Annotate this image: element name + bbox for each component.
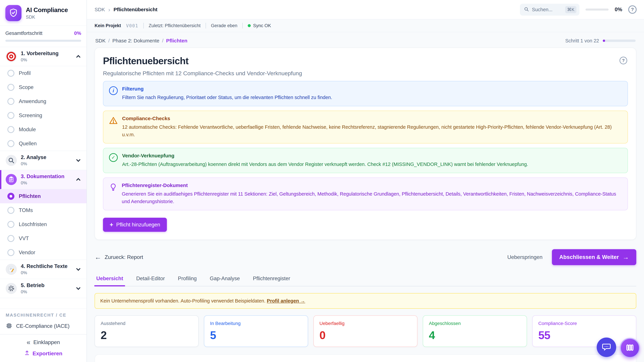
create-profile-link[interactable]: Profil anlegen → xyxy=(267,298,305,304)
topbar: SDK › Pflichtenübersicht ⌘K 0% ? xyxy=(87,0,644,19)
sidebar: AI Compliance SDK Gesamtfortschritt 0% 1… xyxy=(0,0,87,362)
sidebar-item-scope[interactable]: Scope xyxy=(0,80,86,94)
keyboard-shortcut-badge: ⌘K xyxy=(565,6,576,13)
success-box-title: Vendor-Verknuepfung xyxy=(122,153,622,159)
app-title: AI Compliance xyxy=(26,6,68,13)
group-label: MASCHINENRECHT / CE xyxy=(6,313,81,318)
radio-icon xyxy=(8,221,14,228)
add-pflicht-button[interactable]: + Pflicht hinzufuegen xyxy=(103,218,167,232)
skip-button[interactable]: Ueberspringen xyxy=(507,254,542,260)
info-box-title: Filterung xyxy=(122,86,622,92)
radio-icon xyxy=(8,235,14,242)
warning-box-compliance-checks: Compliance-Checks 12 automatische Checks… xyxy=(103,111,628,143)
search-box[interactable]: ⌘K xyxy=(520,4,580,15)
sidebar-item-label: VVT xyxy=(19,236,29,242)
info-box-filterung: i Filterung Filtern Sie nach Regulierung… xyxy=(103,81,628,106)
warning-box-text: 12 automatische Checks: Fehlende Verantw… xyxy=(122,123,622,138)
tab-uebersicht[interactable]: Uebersicht xyxy=(96,273,124,286)
back-button[interactable]: ← Zurueck: Report xyxy=(94,253,143,261)
topbar-progress-bar xyxy=(586,8,608,10)
search-input[interactable] xyxy=(532,7,562,12)
shield-check-icon xyxy=(9,8,18,18)
section-percent: 0% xyxy=(21,161,73,166)
radio-selected-icon xyxy=(8,193,14,200)
pflichten-overview-card: ? Pflichtenuebersicht Regulatorische Pfl… xyxy=(94,48,636,240)
export-label: Exportieren xyxy=(32,351,62,357)
stat-label: Ausstehend xyxy=(100,321,192,326)
sidebar-item-label: TOMs xyxy=(19,207,33,213)
phase-crumb-root[interactable]: SDK xyxy=(95,38,106,43)
topbar-progress-value: 0% xyxy=(615,6,622,12)
upload-icon xyxy=(24,350,30,357)
stats-row: Ausstehend 2 In Bearbeitung 5 Ueberfaell… xyxy=(94,316,636,347)
double-chevron-left-icon: « xyxy=(27,339,30,346)
sidebar-section-rechtliche-texte[interactable]: 4. Rechtliche Texte 0% xyxy=(0,260,86,279)
sidebar-item-profil[interactable]: Profil xyxy=(0,66,86,80)
success-box-vendor: ✓ Vendor-Verknuepfung Art.-28-Pflichten … xyxy=(103,148,628,173)
sidebar-section-dokumentation[interactable]: 3. Dokumentation 0% xyxy=(0,170,86,189)
memo-pencil-icon xyxy=(6,264,17,275)
sidebar-item-label: Pflichten xyxy=(19,193,41,199)
app-subtitle: SDK xyxy=(26,14,68,20)
sidebar-section-analyse[interactable]: 2. Analyse 0% xyxy=(0,151,86,170)
overall-progress-label: Gesamtfortschritt xyxy=(5,30,42,36)
warning-box-title: Compliance-Checks xyxy=(122,116,622,121)
sidebar-item-anwendung[interactable]: Anwendung xyxy=(0,94,86,108)
sidebar-item-loeschfristen[interactable]: Löschfristen xyxy=(0,217,86,231)
collapse-sidebar-button[interactable]: « Einklappen xyxy=(27,339,60,346)
sidebar-item-module[interactable]: Module xyxy=(0,122,86,137)
sidebar-item-screening[interactable]: Screening xyxy=(0,108,86,122)
columns-fab-button[interactable] xyxy=(620,338,640,358)
help-icon[interactable]: ? xyxy=(628,5,636,14)
radio-icon xyxy=(8,207,14,214)
breadcrumb-root[interactable]: SDK xyxy=(94,7,105,12)
tab-pflichtenregister[interactable]: Pflichtenregister xyxy=(252,273,290,286)
overall-progress-bar xyxy=(5,40,81,42)
sidebar-item-label: Vendor xyxy=(19,250,35,256)
sidebar-item-ce-compliance[interactable]: CE-Compliance (IACE) xyxy=(6,323,81,330)
warning-triangle-icon xyxy=(109,116,118,138)
stat-value: 5 xyxy=(210,329,302,342)
sidebar-item-vendor[interactable]: Vendor xyxy=(0,246,86,260)
tab-gap-analyse[interactable]: Gap-Analyse xyxy=(210,273,240,286)
sidebar-item-pflichten[interactable]: Pflichten xyxy=(0,189,86,203)
warning-text: Kein Unternehmensprofil vorhanden. Auto-… xyxy=(100,298,267,304)
chevron-down-icon xyxy=(76,158,80,162)
page-subtitle: Regulatorische Pflichten mit 12 Complian… xyxy=(103,70,628,77)
sidebar-section-betrieb[interactable]: 5. Betrieb 0% xyxy=(0,279,86,298)
section-label: 4. Rechtliche Texte xyxy=(21,263,73,269)
divider xyxy=(206,23,206,28)
tip-box-title: Pflichtenregister-Dokument xyxy=(122,183,622,188)
chat-fab-button[interactable] xyxy=(597,338,616,357)
radio-icon xyxy=(8,112,14,119)
chevron-right-icon: › xyxy=(108,6,110,13)
info-circle-icon: i xyxy=(109,86,118,95)
lightbulb-icon xyxy=(109,183,118,205)
tab-profiling[interactable]: Profiling xyxy=(178,273,197,286)
app-logo xyxy=(5,5,22,21)
chip-icon xyxy=(6,323,12,330)
last-saved-time: Gerade eben xyxy=(211,23,238,28)
phase-crumb-phase[interactable]: Phase 2: Dokumente xyxy=(112,38,159,43)
step-progress-fill xyxy=(603,39,605,42)
collapse-label: Einklappen xyxy=(33,339,60,346)
info-box-text: Filtern Sie nach Regulierung, Prioritaet… xyxy=(122,94,622,101)
export-button[interactable]: Exportieren xyxy=(24,350,62,357)
tab-detail-editor[interactable]: Detail-Editor xyxy=(136,273,165,286)
sidebar-item-quellen[interactable]: Quellen xyxy=(0,137,86,151)
radio-icon xyxy=(8,98,14,105)
overall-progress-value: 0% xyxy=(74,30,81,36)
sidebar-item-toms[interactable]: TOMs xyxy=(0,203,86,217)
card-help-icon[interactable]: ? xyxy=(620,57,627,64)
sidebar-section-vorbereitung[interactable]: 1. Vorbereitung 0% xyxy=(0,47,86,66)
app-root: AI Compliance SDK Gesamtfortschritt 0% 1… xyxy=(0,0,644,362)
radio-icon xyxy=(8,70,14,77)
section-label: 5. Betrieb xyxy=(21,282,73,289)
profile-warning-banner: Kein Unternehmensprofil vorhanden. Auto-… xyxy=(94,293,636,309)
sidebar-item-vvt[interactable]: VVT xyxy=(0,231,86,246)
complete-next-button[interactable]: Abschliessen & Weiter → xyxy=(552,249,636,265)
radio-icon xyxy=(8,249,14,256)
sidebar-item-label: Anwendung xyxy=(19,98,46,104)
stat-label: Ueberfaellig xyxy=(320,321,412,326)
section-percent: 0% xyxy=(21,57,73,62)
